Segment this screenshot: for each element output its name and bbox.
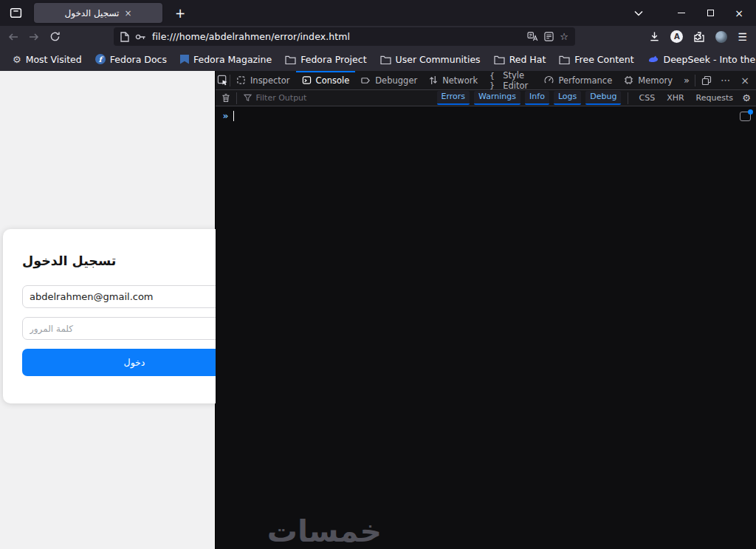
navigation-toolbar: file:///home/abdelrahmen/error/index.htm…: [0, 26, 756, 47]
divider: [628, 92, 628, 104]
reload-icon[interactable]: [49, 31, 61, 43]
close-button[interactable]: ×: [729, 4, 749, 23]
bookmark-deepseek[interactable]: DeepSeek - Into the ...: [641, 50, 756, 68]
inspector-icon: [236, 75, 246, 85]
bookmark-user-communities[interactable]: User Communities: [374, 50, 487, 68]
account-avatar[interactable]: A: [670, 30, 683, 43]
folder-icon: [285, 55, 296, 64]
bookmarks-toolbar: ⚙ Most Visited f Fedora Docs Fedora Maga…: [0, 47, 756, 71]
tab-title: تسجيل الدخول: [64, 8, 119, 18]
tab-console[interactable]: Console: [296, 71, 356, 89]
devtools-menu-icon[interactable]: ⋯: [718, 73, 734, 88]
url-text: file:///home/abdelrahmen/error/index.htm…: [152, 31, 350, 42]
folder-icon: [494, 55, 505, 64]
content-area: تسجيل الدخول دخول Inspector Console: [0, 71, 756, 549]
page-icon[interactable]: [120, 32, 129, 42]
bookmark-red-hat[interactable]: Red Hat: [487, 50, 553, 68]
funnel-icon: [244, 94, 252, 102]
bookmark-fedora-magazine[interactable]: Fedora Magazine: [173, 50, 278, 68]
notification-badge-icon[interactable]: [740, 112, 751, 121]
firefox-view-icon[interactable]: [6, 4, 25, 23]
khamsat-watermark: خمسات: [267, 514, 382, 549]
tab-close-icon[interactable]: ×: [124, 9, 131, 18]
devtools-tabs-overflow-icon[interactable]: »: [678, 75, 695, 86]
filter-warnings[interactable]: Warnings: [474, 91, 520, 104]
tab-style-editor[interactable]: { } Style Editor: [484, 71, 538, 89]
console-input-row[interactable]: »: [216, 106, 756, 121]
devtools-tabbar: Inspector Console Debugger Network { } S…: [216, 71, 756, 90]
tab-memory[interactable]: Memory: [618, 71, 678, 89]
debugger-icon: [361, 76, 371, 85]
filter-css[interactable]: CSS: [635, 92, 659, 103]
console-output-area[interactable]: » خمسات: [216, 106, 756, 549]
web-page: تسجيل الدخول دخول: [0, 71, 215, 549]
filter-info[interactable]: Info: [525, 91, 549, 104]
split-console-icon[interactable]: [698, 73, 715, 88]
forward-icon[interactable]: [28, 31, 40, 43]
app-menu-icon[interactable]: ☰: [738, 31, 747, 43]
clear-console-trash-icon[interactable]: [216, 93, 236, 103]
fedora-logo-icon: f: [95, 54, 106, 64]
maximize-button[interactable]: [701, 4, 720, 23]
filter-xhr[interactable]: XHR: [663, 92, 687, 103]
divider: [695, 75, 695, 86]
filter-debug[interactable]: Debug: [585, 91, 621, 104]
devtools-toolbar-buttons: ⋯ ×: [695, 73, 756, 88]
tab-performance[interactable]: Performance: [538, 71, 618, 89]
login-title: تسجيل الدخول: [22, 253, 116, 268]
filter-output-input[interactable]: [255, 93, 418, 103]
tab-strip: تسجيل الدخول × + ×: [0, 0, 756, 26]
network-icon: [429, 75, 438, 85]
filter-requests[interactable]: Requests: [693, 92, 737, 103]
devtools-panel: Inspector Console Debugger Network { } S…: [215, 71, 756, 549]
braces-icon: { }: [489, 71, 498, 90]
login-button[interactable]: دخول: [22, 349, 247, 376]
new-tab-button[interactable]: +: [171, 4, 189, 22]
window-controls: ×: [672, 4, 752, 23]
tab-inspector[interactable]: Inspector: [230, 71, 296, 89]
folder-icon: [559, 55, 570, 64]
console-prompt-icon: »: [222, 110, 228, 121]
bookmark-free-content[interactable]: Free Content: [552, 50, 640, 68]
list-all-tabs-chevron-icon[interactable]: [629, 4, 648, 23]
translate-icon[interactable]: [527, 32, 538, 41]
performance-icon: [544, 75, 554, 85]
extensions-puzzle-icon[interactable]: [693, 31, 705, 43]
url-bar[interactable]: file:///home/abdelrahmen/error/index.htm…: [114, 27, 575, 46]
back-icon[interactable]: [7, 31, 19, 43]
bookmark-fedora-project[interactable]: Fedora Project: [278, 50, 373, 68]
flag-icon: [180, 55, 189, 64]
tab-network[interactable]: Network: [423, 71, 484, 89]
console-icon: [302, 75, 312, 85]
filter-errors[interactable]: Errors: [437, 91, 470, 104]
tab-debugger[interactable]: Debugger: [355, 71, 423, 89]
filter-output-box[interactable]: [237, 93, 436, 103]
browser-tab[interactable]: تسجيل الدخول ×: [34, 3, 162, 23]
extension-icon[interactable]: [715, 31, 727, 43]
key-icon: [135, 33, 146, 41]
devtools-close-icon[interactable]: ×: [737, 73, 753, 88]
bookmark-star-icon[interactable]: ☆: [560, 31, 568, 42]
gear-icon: ⚙: [13, 55, 21, 64]
whale-icon: [647, 55, 659, 64]
console-settings-gear-icon[interactable]: ⚙: [737, 92, 756, 103]
text-caret: [233, 111, 234, 121]
browser-window: تسجيل الدخول × + ×: [0, 0, 756, 549]
toolbar-right-icons: A ☰: [649, 30, 749, 43]
bookmark-fedora-docs[interactable]: f Fedora Docs: [89, 50, 173, 68]
console-level-filters: Errors Warnings Info Logs Debug CSS XHR …: [437, 91, 737, 104]
bookmark-most-visited[interactable]: ⚙ Most Visited: [6, 50, 89, 68]
folder-icon: [380, 55, 391, 64]
filter-logs[interactable]: Logs: [554, 91, 581, 104]
pick-element-icon[interactable]: [216, 71, 230, 89]
minimize-button[interactable]: [672, 4, 691, 23]
reader-mode-icon[interactable]: [544, 32, 554, 41]
memory-icon: [624, 75, 633, 85]
console-filterbar: Errors Warnings Info Logs Debug CSS XHR …: [216, 90, 756, 106]
downloads-icon[interactable]: [649, 31, 660, 42]
